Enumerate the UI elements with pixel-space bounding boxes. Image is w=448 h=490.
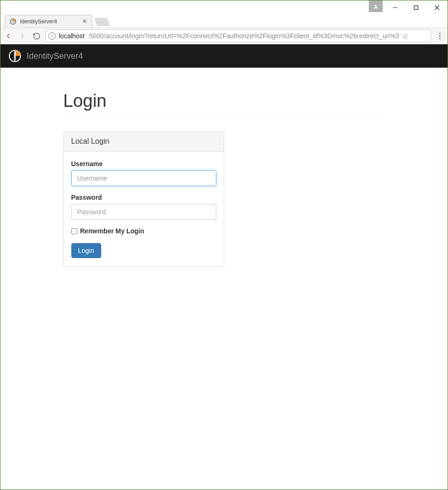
svg-rect-7: [14, 51, 16, 61]
panel-body: Username Password Remember My Login Logi…: [64, 152, 224, 266]
remember-checkbox[interactable]: [71, 228, 77, 234]
site-info-icon[interactable]: i: [48, 32, 56, 40]
bookmark-star-icon[interactable]: ☆: [402, 32, 408, 41]
close-window-button[interactable]: [427, 0, 448, 14]
url-host: localhost: [59, 32, 84, 40]
window-titlebar: [0, 0, 448, 14]
tab-strip: IdentityServer4 ✕: [0, 14, 448, 28]
username-input[interactable]: [71, 170, 216, 186]
address-bar[interactable]: i localhost:5000/account/login?returnUrl…: [45, 29, 431, 42]
back-button[interactable]: [3, 31, 14, 41]
username-label: Username: [71, 160, 216, 168]
password-label: Password: [71, 194, 216, 201]
remember-row: Remember My Login: [71, 227, 216, 235]
tab-close-icon[interactable]: ✕: [82, 18, 88, 25]
new-tab-button[interactable]: [94, 18, 110, 26]
brand-text[interactable]: IdentityServer4: [27, 51, 83, 61]
address-bar-row: i localhost:5000/account/login?returnUrl…: [0, 28, 448, 44]
svg-rect-1: [414, 6, 418, 9]
forward-button[interactable]: [17, 31, 28, 41]
svg-point-5: [12, 21, 14, 22]
user-badge-icon: [369, 0, 383, 12]
minimize-button[interactable]: [385, 0, 406, 14]
login-button[interactable]: Login: [71, 243, 101, 258]
url-path: :5000/account/login?returnUrl=%2Fconnect…: [87, 32, 399, 40]
remember-label[interactable]: Remember My Login: [80, 227, 145, 235]
main-container: Login Local Login Username Password Reme…: [54, 68, 394, 276]
username-group: Username: [71, 160, 216, 186]
page-title: Login: [63, 91, 385, 117]
page-content: IdentityServer4 Login Local Login Userna…: [0, 44, 448, 276]
app-navbar: IdentityServer4: [0, 44, 448, 68]
panel-heading: Local Login: [64, 132, 224, 152]
maximize-button[interactable]: [406, 0, 427, 14]
password-input[interactable]: [71, 204, 216, 220]
tab-favicon-icon: [9, 18, 16, 25]
password-group: Password: [71, 194, 216, 220]
reload-button[interactable]: [31, 31, 41, 41]
tab-title: IdentityServer4: [20, 18, 78, 25]
login-panel: Local Login Username Password Remember M…: [63, 131, 224, 267]
browser-menu-button[interactable]: [434, 33, 445, 39]
browser-tab[interactable]: IdentityServer4 ✕: [4, 15, 93, 28]
brand-logo-icon: [9, 50, 21, 62]
